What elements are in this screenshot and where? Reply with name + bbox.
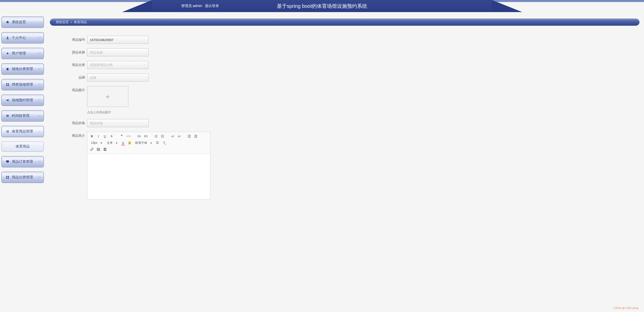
- input-product-name[interactable]: [87, 48, 148, 56]
- breadcrumb-root[interactable]: 系统首页: [56, 20, 69, 24]
- sidebar-item-users[interactable]: 用户管理 ﹀: [2, 48, 44, 59]
- toolbar-italic[interactable]: I: [96, 133, 101, 139]
- label-intro: 商品简介: [50, 132, 87, 140]
- svg-rect-35: [188, 135, 191, 135]
- sidebar-item-sports-goods[interactable]: 体育用品管理 ︿: [2, 126, 44, 137]
- input-product-no[interactable]: [87, 36, 148, 44]
- svg-rect-40: [196, 136, 197, 136]
- svg-rect-2: [7, 68, 9, 70]
- toolbar-save-icon[interactable]: [102, 147, 107, 152]
- input-brand[interactable]: [87, 74, 148, 82]
- sidebar-item-home[interactable]: 系统首页: [2, 17, 44, 28]
- svg-rect-28: [156, 137, 158, 137]
- sidebar-item-timeslot[interactable]: 时间段管理 ﹀: [2, 110, 44, 121]
- dot-icon: [5, 52, 10, 55]
- svg-rect-48: [104, 148, 106, 149]
- chevron-down-icon: ﹀: [38, 98, 41, 102]
- sidebar-item-label: 个人中心: [12, 36, 38, 40]
- sidebar-item-label: 系统首页: [12, 20, 41, 24]
- svg-rect-10: [6, 116, 9, 117]
- svg-rect-37: [189, 136, 191, 137]
- sidebar-item-label: 场地预约管理: [12, 98, 38, 102]
- toolbar-link[interactable]: [89, 147, 94, 152]
- header: 管理员 admin 退出登录 基于spring boot的体育场馆设施预约系统: [0, 0, 644, 12]
- toolbar-font-family[interactable]: 文本◆: [105, 140, 119, 146]
- svg-rect-7: [8, 85, 9, 86]
- image-uploader[interactable]: ＋: [87, 86, 128, 107]
- sidebar-item-profile[interactable]: 个人中心 ﹀: [2, 32, 44, 43]
- editor-body[interactable]: [87, 154, 210, 199]
- svg-rect-17: [6, 160, 9, 162]
- toolbar-bold[interactable]: B: [89, 133, 94, 139]
- toolbar-image[interactable]: [96, 147, 101, 152]
- svg-rect-45: [156, 143, 159, 144]
- svg-rect-49: [104, 150, 106, 151]
- svg-rect-26: [156, 136, 158, 136]
- sidebar-item-venue-category[interactable]: 场地分类管理 ﹀: [2, 63, 44, 75]
- toolbar-subscript[interactable]: x2: [170, 133, 175, 139]
- svg-point-47: [98, 149, 98, 149]
- svg-rect-4: [6, 83, 7, 84]
- sidebar-item-venue-reservation[interactable]: 场地预约管理 ﹀: [2, 95, 44, 106]
- label-product-name: 用品名称: [50, 48, 87, 56]
- input-price[interactable]: [87, 119, 148, 127]
- upload-hint: 点击上传用品图片: [87, 110, 266, 115]
- toolbar-ul[interactable]: [160, 133, 165, 139]
- list-icon: [5, 130, 10, 133]
- svg-rect-8: [6, 115, 9, 115]
- logout-link[interactable]: 退出登录: [205, 4, 219, 8]
- home-icon: [5, 20, 10, 24]
- form: 用品编号 用品名称 用品分类 请选择用品分类 ﹀: [50, 36, 266, 199]
- toolbar-h2[interactable]: H2: [143, 133, 148, 139]
- svg-text:3: 3: [155, 137, 155, 138]
- admin-label[interactable]: 管理员 admin: [181, 4, 202, 8]
- select-category[interactable]: 请选择用品分类 ﹀: [87, 61, 148, 69]
- sidebar-item-ball-venue[interactable]: 球类场地管理 ﹀: [2, 79, 44, 90]
- label-price: 用品价格: [50, 119, 87, 127]
- label-brand: 品牌: [50, 74, 87, 82]
- breadcrumb-current: 体育用品: [74, 20, 87, 24]
- svg-rect-13: [6, 131, 7, 132]
- chevron-down-icon: ﹀: [38, 160, 41, 164]
- chevron-down-icon: ﹀: [38, 52, 41, 55]
- sidebar-item-goods-category[interactable]: 用品分类管理 ﹀: [2, 172, 44, 183]
- toolbar-superscript[interactable]: x2: [177, 133, 182, 139]
- toolbar-indent[interactable]: [193, 133, 198, 139]
- toolbar-font-color[interactable]: A: [121, 140, 126, 146]
- toolbar-code[interactable]: </>: [126, 133, 132, 139]
- toolbar-h1[interactable]: H1: [137, 133, 142, 139]
- toolbar-ol[interactable]: 123: [154, 133, 159, 139]
- sidebar-item-goods-order[interactable]: 用品订单管理 ﹀: [2, 156, 44, 167]
- toolbar-align[interactable]: [155, 140, 160, 146]
- screen-icon: [5, 160, 10, 163]
- svg-point-33: [161, 137, 162, 137]
- toolbar-highlight[interactable]: A: [127, 140, 132, 146]
- chevron-down-icon: ﹀: [38, 67, 41, 71]
- sidebar-subitem-sports-goods[interactable]: 体育用品: [2, 142, 44, 152]
- svg-point-29: [161, 135, 162, 135]
- grid-icon: [5, 176, 10, 179]
- toolbar-quote[interactable]: ❞: [119, 133, 124, 139]
- svg-rect-38: [188, 137, 191, 137]
- clipboard-icon: [5, 67, 10, 71]
- sidebar-item-label: 用户管理: [12, 51, 38, 56]
- svg-rect-14: [7, 131, 9, 132]
- svg-rect-5: [8, 83, 9, 84]
- chevron-down-icon: ﹀: [38, 176, 41, 179]
- toolbar-clear-format[interactable]: Tx: [162, 140, 167, 146]
- svg-rect-12: [7, 130, 9, 131]
- chevron-up-icon: ︿: [38, 130, 41, 133]
- svg-rect-16: [7, 132, 9, 133]
- svg-rect-11: [6, 130, 7, 131]
- toolbar-strike[interactable]: S: [109, 133, 114, 139]
- toolbar-font-default[interactable]: 标准字体◆: [134, 140, 154, 146]
- toolbar-outdent[interactable]: [187, 133, 192, 139]
- toolbar-underline[interactable]: U: [102, 133, 107, 139]
- main-content: 系统首页 > 体育用品 用品编号 用品名称 用品分类: [45, 12, 644, 204]
- svg-rect-20: [8, 176, 9, 177]
- label-product-no: 用品编号: [50, 36, 87, 44]
- svg-point-1: [7, 53, 8, 54]
- svg-rect-46: [97, 148, 100, 150]
- toolbar-font-size[interactable]: 14px◆: [89, 140, 104, 146]
- sidebar-item-label: 球类场地管理: [12, 82, 38, 87]
